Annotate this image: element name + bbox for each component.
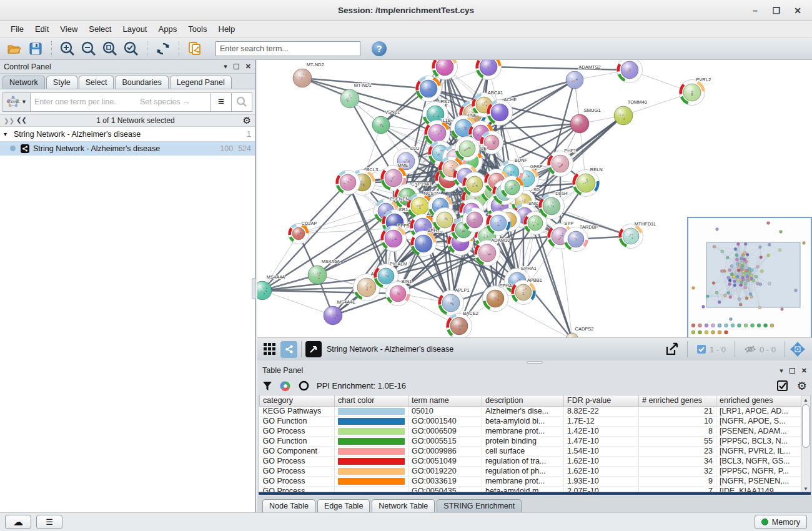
cell-gene-count[interactable]: 55 — [639, 436, 716, 446]
tab-style[interactable]: Style — [46, 76, 77, 89]
tab-network-table[interactable]: Network Table — [372, 499, 435, 512]
enrichment-row[interactable]: GO ProcessGO:0050435beta-amyloid m...2.0… — [260, 486, 805, 492]
column-header-description[interactable]: description — [482, 395, 564, 406]
node-MT-ND2[interactable]: MT-ND2 — [293, 62, 324, 87]
birdseye-view[interactable] — [687, 217, 812, 337]
open-file-icon[interactable] — [5, 40, 24, 57]
tab-network[interactable]: Network — [2, 76, 45, 89]
cell-category[interactable]: GO Function — [260, 416, 335, 426]
tab-string-enrichment[interactable]: STRING Enrichment — [437, 499, 522, 512]
enrichment-row[interactable]: GO ComponentGO:0009986cell surface1.54E-… — [260, 446, 805, 456]
cell-gene-count[interactable]: 32 — [639, 466, 716, 476]
close-button[interactable]: ✕ — [787, 2, 808, 19]
menu-select[interactable]: Select — [83, 22, 117, 36]
column-header-chart-color[interactable]: chart color — [335, 395, 408, 406]
scrollbar-thumb[interactable] — [802, 404, 810, 448]
node-TOMM40[interactable]: TOMM40 — [614, 99, 647, 125]
column-header-fdr-p-value[interactable]: FDR p-value — [564, 395, 639, 406]
string-search-icon[interactable] — [232, 92, 252, 112]
minimize-button[interactable]: – — [745, 2, 766, 19]
tab-select[interactable]: Select — [79, 76, 114, 89]
string-source-dropdown[interactable]: STRING ▼ — [2, 92, 30, 112]
filter-icon[interactable] — [262, 381, 272, 391]
node-RELN[interactable]: RELN — [573, 167, 603, 197]
column-header-category[interactable]: category — [260, 395, 335, 406]
cell-category[interactable]: GO Process — [260, 486, 335, 492]
panel-splitter-handle[interactable] — [252, 278, 256, 299]
tab-boundaries[interactable]: Boundaries — [115, 76, 168, 89]
zoom-fit-icon[interactable] — [101, 40, 119, 57]
birdseye-viewport[interactable] — [706, 242, 800, 307]
menu-view[interactable]: View — [54, 22, 83, 36]
network-share-icon[interactable] — [280, 341, 297, 358]
string-options-icon[interactable]: ≡ — [211, 92, 232, 112]
cell-gene-count[interactable]: 34 — [639, 456, 716, 466]
cell-chart-color[interactable] — [335, 486, 408, 492]
menu-tools[interactable]: Tools — [182, 22, 212, 36]
cell-chart-color[interactable] — [335, 456, 408, 466]
panel-float-icon[interactable] — [234, 64, 239, 69]
copy-network-icon[interactable] — [186, 40, 204, 57]
enrichment-row[interactable]: GO ProcessGO:0033619membrane prot...1.93… — [260, 476, 805, 486]
enrichment-row[interactable]: GO ProcessGO:0019220regulation of ph...1… — [260, 466, 805, 476]
cell-description[interactable]: cell surface — [482, 446, 564, 456]
cell-chart-color[interactable] — [335, 466, 408, 476]
enrichment-row[interactable]: GO FunctionGO:0001540beta-amyloid bi...1… — [260, 416, 805, 426]
birdseye-toggle-icon[interactable] — [789, 341, 806, 358]
network-options-gear-icon[interactable]: ⚙ — [243, 115, 251, 126]
menu-apps[interactable]: Apps — [153, 22, 183, 36]
panel-collapse-icon[interactable]: ▾ — [780, 367, 783, 375]
cell-description[interactable]: membrane prot... — [482, 426, 564, 436]
collapse-all-icon[interactable]: ❯❯ — [4, 117, 14, 124]
node[interactable] — [455, 137, 480, 161]
cloud-tasks-button[interactable]: ☁ — [5, 515, 31, 529]
network-canvas[interactable]: MT-ND2MT-ND1VSNL1GAB2ADAMTS2PVRL2SMUG1TO… — [257, 60, 812, 337]
export-network-icon[interactable] — [664, 341, 681, 358]
cell-category[interactable]: GO Process — [260, 456, 335, 466]
cell-term-name[interactable]: GO:0005515 — [408, 436, 482, 446]
save-session-icon[interactable] — [26, 40, 45, 57]
cell-gene-count[interactable]: 23 — [639, 446, 716, 456]
string-term-input[interactable] — [34, 97, 128, 106]
cell-term-name[interactable]: GO:0009986 — [408, 446, 482, 456]
cell-genes[interactable]: [NGFR, APOE, S... — [716, 416, 805, 426]
cell-chart-color[interactable] — [335, 416, 408, 426]
menu-edit[interactable]: Edit — [29, 22, 54, 36]
node[interactable] — [463, 172, 487, 197]
cell-term-name[interactable]: GO:0033619 — [408, 476, 482, 486]
cell-fdr[interactable]: 1.62E-10 — [564, 456, 639, 466]
cell-fdr[interactable]: 1.62E-10 — [564, 466, 639, 476]
node[interactable] — [487, 211, 511, 236]
panel-float-icon[interactable] — [790, 368, 795, 374]
column-header-term-name[interactable]: term name — [408, 395, 482, 406]
cell-term-name[interactable]: GO:0051049 — [408, 456, 482, 466]
cell-genes[interactable]: [IDE, KIAA1149... — [716, 486, 805, 492]
cell-genes[interactable]: [PPP5C, NGFR, P... — [716, 466, 805, 476]
cell-genes[interactable]: [NGFR, PSENEN,... — [716, 476, 805, 486]
cell-chart-color[interactable] — [335, 476, 408, 486]
node[interactable] — [476, 60, 502, 80]
cell-gene-count[interactable]: 10 — [639, 416, 716, 426]
cell-fdr[interactable]: 1.7E-12 — [564, 416, 639, 426]
enrichment-row[interactable]: GO ProcessGO:0006509membrane prot...1.42… — [260, 426, 805, 436]
cell-description[interactable]: beta-amyloid m... — [482, 486, 564, 492]
cell-genes[interactable]: [PSENEN, ADAM... — [716, 426, 805, 436]
zoom-out-icon[interactable] — [79, 40, 98, 57]
tree-expand-icon[interactable]: ▾ — [4, 131, 14, 137]
cell-genes[interactable]: [NGFR, PVRL2, IL... — [716, 446, 805, 456]
network-row-selected[interactable]: String Network - Alzheimer's disease 100… — [0, 141, 255, 156]
column-header--enriched-genes[interactable]: # enriched genes — [639, 395, 716, 406]
cell-description[interactable]: protein binding — [482, 436, 564, 446]
network-collection-row[interactable]: ▾ String Network - Alzheimer's disease 1 — [0, 127, 255, 141]
maximize-button[interactable]: ❐ — [766, 2, 787, 19]
node-SMUG1[interactable]: SMUG1 — [570, 107, 600, 133]
cell-gene-count[interactable]: 7 — [639, 486, 716, 492]
menu-layout[interactable]: Layout — [117, 22, 152, 36]
refresh-icon[interactable] — [154, 40, 172, 57]
cell-description[interactable]: membrane prot... — [482, 476, 564, 486]
cell-fdr[interactable]: 2.07E-10 — [564, 486, 639, 492]
cell-fdr[interactable]: 8.82E-22 — [564, 406, 639, 416]
cell-fdr[interactable]: 1.47E-10 — [564, 436, 639, 446]
zoom-in-icon[interactable] — [58, 40, 77, 57]
memory-button[interactable]: Memory — [755, 515, 807, 529]
